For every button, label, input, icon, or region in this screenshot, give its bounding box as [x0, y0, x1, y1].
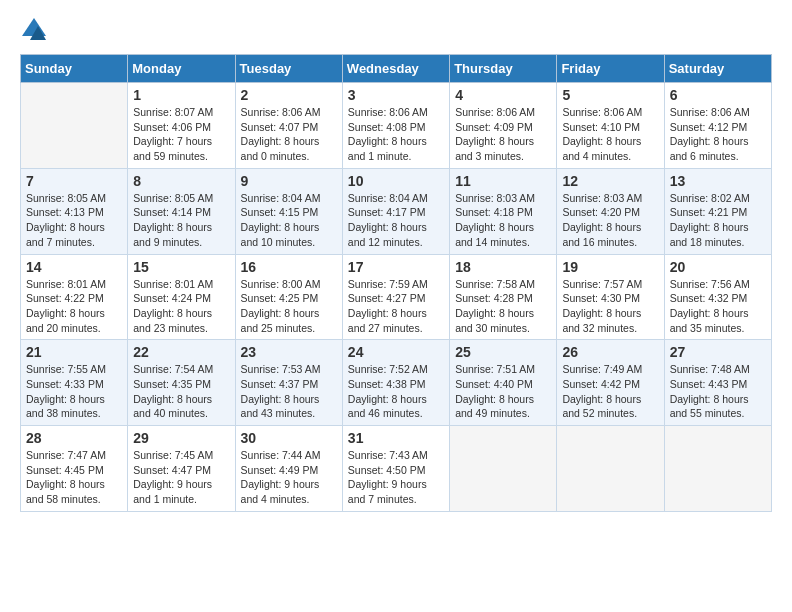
- day-detail: Sunrise: 7:56 AMSunset: 4:32 PMDaylight:…: [670, 277, 766, 336]
- header-day-wednesday: Wednesday: [342, 55, 449, 83]
- day-detail: Sunrise: 8:04 AMSunset: 4:17 PMDaylight:…: [348, 191, 444, 250]
- calendar-cell: 21Sunrise: 7:55 AMSunset: 4:33 PMDayligh…: [21, 340, 128, 426]
- day-number: 31: [348, 430, 444, 446]
- calendar-cell: [450, 426, 557, 512]
- day-detail: Sunrise: 7:57 AMSunset: 4:30 PMDaylight:…: [562, 277, 658, 336]
- day-detail: Sunrise: 8:06 AMSunset: 4:08 PMDaylight:…: [348, 105, 444, 164]
- day-number: 16: [241, 259, 337, 275]
- calendar-cell: 27Sunrise: 7:48 AMSunset: 4:43 PMDayligh…: [664, 340, 771, 426]
- header-day-friday: Friday: [557, 55, 664, 83]
- calendar-cell: 13Sunrise: 8:02 AMSunset: 4:21 PMDayligh…: [664, 168, 771, 254]
- calendar-cell: 20Sunrise: 7:56 AMSunset: 4:32 PMDayligh…: [664, 254, 771, 340]
- day-number: 8: [133, 173, 229, 189]
- day-number: 11: [455, 173, 551, 189]
- calendar-cell: 10Sunrise: 8:04 AMSunset: 4:17 PMDayligh…: [342, 168, 449, 254]
- header-row: SundayMondayTuesdayWednesdayThursdayFrid…: [21, 55, 772, 83]
- day-detail: Sunrise: 8:04 AMSunset: 4:15 PMDaylight:…: [241, 191, 337, 250]
- day-number: 29: [133, 430, 229, 446]
- day-detail: Sunrise: 8:05 AMSunset: 4:13 PMDaylight:…: [26, 191, 122, 250]
- day-number: 1: [133, 87, 229, 103]
- day-number: 2: [241, 87, 337, 103]
- day-detail: Sunrise: 8:06 AMSunset: 4:07 PMDaylight:…: [241, 105, 337, 164]
- day-number: 3: [348, 87, 444, 103]
- calendar-cell: 14Sunrise: 8:01 AMSunset: 4:22 PMDayligh…: [21, 254, 128, 340]
- day-number: 18: [455, 259, 551, 275]
- day-detail: Sunrise: 8:06 AMSunset: 4:09 PMDaylight:…: [455, 105, 551, 164]
- calendar-cell: 28Sunrise: 7:47 AMSunset: 4:45 PMDayligh…: [21, 426, 128, 512]
- calendar-cell: [557, 426, 664, 512]
- day-detail: Sunrise: 7:55 AMSunset: 4:33 PMDaylight:…: [26, 362, 122, 421]
- header-day-thursday: Thursday: [450, 55, 557, 83]
- day-number: 22: [133, 344, 229, 360]
- day-detail: Sunrise: 8:06 AMSunset: 4:12 PMDaylight:…: [670, 105, 766, 164]
- day-detail: Sunrise: 7:48 AMSunset: 4:43 PMDaylight:…: [670, 362, 766, 421]
- calendar-cell: 5Sunrise: 8:06 AMSunset: 4:10 PMDaylight…: [557, 83, 664, 169]
- day-detail: Sunrise: 8:02 AMSunset: 4:21 PMDaylight:…: [670, 191, 766, 250]
- day-number: 28: [26, 430, 122, 446]
- week-row-4: 21Sunrise: 7:55 AMSunset: 4:33 PMDayligh…: [21, 340, 772, 426]
- day-number: 26: [562, 344, 658, 360]
- logo: [20, 16, 52, 44]
- week-row-1: 1Sunrise: 8:07 AMSunset: 4:06 PMDaylight…: [21, 83, 772, 169]
- day-detail: Sunrise: 7:51 AMSunset: 4:40 PMDaylight:…: [455, 362, 551, 421]
- day-number: 15: [133, 259, 229, 275]
- day-number: 20: [670, 259, 766, 275]
- day-detail: Sunrise: 7:54 AMSunset: 4:35 PMDaylight:…: [133, 362, 229, 421]
- calendar-cell: 22Sunrise: 7:54 AMSunset: 4:35 PMDayligh…: [128, 340, 235, 426]
- calendar-cell: 17Sunrise: 7:59 AMSunset: 4:27 PMDayligh…: [342, 254, 449, 340]
- calendar-cell: 9Sunrise: 8:04 AMSunset: 4:15 PMDaylight…: [235, 168, 342, 254]
- day-number: 23: [241, 344, 337, 360]
- day-number: 14: [26, 259, 122, 275]
- header: [20, 16, 772, 44]
- calendar-cell: 6Sunrise: 8:06 AMSunset: 4:12 PMDaylight…: [664, 83, 771, 169]
- calendar-cell: 19Sunrise: 7:57 AMSunset: 4:30 PMDayligh…: [557, 254, 664, 340]
- day-number: 30: [241, 430, 337, 446]
- calendar-cell: 7Sunrise: 8:05 AMSunset: 4:13 PMDaylight…: [21, 168, 128, 254]
- day-detail: Sunrise: 8:00 AMSunset: 4:25 PMDaylight:…: [241, 277, 337, 336]
- day-number: 10: [348, 173, 444, 189]
- day-detail: Sunrise: 8:03 AMSunset: 4:20 PMDaylight:…: [562, 191, 658, 250]
- day-detail: Sunrise: 7:58 AMSunset: 4:28 PMDaylight:…: [455, 277, 551, 336]
- calendar-cell: [664, 426, 771, 512]
- calendar-cell: 30Sunrise: 7:44 AMSunset: 4:49 PMDayligh…: [235, 426, 342, 512]
- calendar-cell: 16Sunrise: 8:00 AMSunset: 4:25 PMDayligh…: [235, 254, 342, 340]
- day-detail: Sunrise: 8:05 AMSunset: 4:14 PMDaylight:…: [133, 191, 229, 250]
- logo-icon: [20, 16, 48, 44]
- calendar-cell: 4Sunrise: 8:06 AMSunset: 4:09 PMDaylight…: [450, 83, 557, 169]
- day-number: 5: [562, 87, 658, 103]
- calendar-cell: 24Sunrise: 7:52 AMSunset: 4:38 PMDayligh…: [342, 340, 449, 426]
- day-number: 7: [26, 173, 122, 189]
- header-day-tuesday: Tuesday: [235, 55, 342, 83]
- calendar-table: SundayMondayTuesdayWednesdayThursdayFrid…: [20, 54, 772, 512]
- day-detail: Sunrise: 7:43 AMSunset: 4:50 PMDaylight:…: [348, 448, 444, 507]
- day-number: 21: [26, 344, 122, 360]
- calendar-cell: 12Sunrise: 8:03 AMSunset: 4:20 PMDayligh…: [557, 168, 664, 254]
- calendar-cell: 8Sunrise: 8:05 AMSunset: 4:14 PMDaylight…: [128, 168, 235, 254]
- week-row-5: 28Sunrise: 7:47 AMSunset: 4:45 PMDayligh…: [21, 426, 772, 512]
- day-number: 6: [670, 87, 766, 103]
- day-number: 13: [670, 173, 766, 189]
- day-number: 19: [562, 259, 658, 275]
- day-detail: Sunrise: 7:45 AMSunset: 4:47 PMDaylight:…: [133, 448, 229, 507]
- header-day-sunday: Sunday: [21, 55, 128, 83]
- day-detail: Sunrise: 7:49 AMSunset: 4:42 PMDaylight:…: [562, 362, 658, 421]
- day-detail: Sunrise: 7:59 AMSunset: 4:27 PMDaylight:…: [348, 277, 444, 336]
- day-detail: Sunrise: 7:52 AMSunset: 4:38 PMDaylight:…: [348, 362, 444, 421]
- week-row-2: 7Sunrise: 8:05 AMSunset: 4:13 PMDaylight…: [21, 168, 772, 254]
- header-day-saturday: Saturday: [664, 55, 771, 83]
- calendar-cell: 26Sunrise: 7:49 AMSunset: 4:42 PMDayligh…: [557, 340, 664, 426]
- day-detail: Sunrise: 8:01 AMSunset: 4:24 PMDaylight:…: [133, 277, 229, 336]
- day-detail: Sunrise: 8:01 AMSunset: 4:22 PMDaylight:…: [26, 277, 122, 336]
- calendar-cell: 1Sunrise: 8:07 AMSunset: 4:06 PMDaylight…: [128, 83, 235, 169]
- calendar-cell: 15Sunrise: 8:01 AMSunset: 4:24 PMDayligh…: [128, 254, 235, 340]
- day-number: 9: [241, 173, 337, 189]
- day-detail: Sunrise: 8:07 AMSunset: 4:06 PMDaylight:…: [133, 105, 229, 164]
- day-detail: Sunrise: 7:53 AMSunset: 4:37 PMDaylight:…: [241, 362, 337, 421]
- calendar-cell: 23Sunrise: 7:53 AMSunset: 4:37 PMDayligh…: [235, 340, 342, 426]
- calendar-cell: [21, 83, 128, 169]
- calendar-cell: 11Sunrise: 8:03 AMSunset: 4:18 PMDayligh…: [450, 168, 557, 254]
- calendar-cell: 29Sunrise: 7:45 AMSunset: 4:47 PMDayligh…: [128, 426, 235, 512]
- calendar-cell: 3Sunrise: 8:06 AMSunset: 4:08 PMDaylight…: [342, 83, 449, 169]
- day-number: 17: [348, 259, 444, 275]
- day-number: 4: [455, 87, 551, 103]
